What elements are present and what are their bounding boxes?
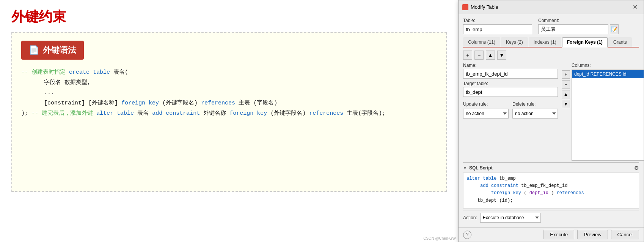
syntax-header-label: 外键语法: [43, 44, 76, 56]
comment-label: Comment:: [538, 18, 619, 23]
sql-line-2: add constraint tb_emp_fk_dept_id: [467, 182, 636, 190]
fk-right: Columns: dept_id REFERENCES id: [572, 63, 644, 161]
sql-header: ▼ SQL Script ⚙: [463, 165, 639, 171]
fk-target-field: Target table:: [463, 81, 558, 97]
sql-section: ▼ SQL Script ⚙ alter table tb_emp add co…: [463, 162, 639, 209]
fk-toolbar: + − ▲ ▼: [463, 51, 639, 60]
page-title: 外键约束: [11, 8, 447, 26]
tabs-bar: Columns (11) Keys (2) Indexes (1) Foreig…: [463, 37, 639, 47]
fk-name-label: Name:: [463, 63, 558, 68]
footer-buttons: Execute Preview Cancel: [543, 230, 639, 239]
comment1: -- 创建表时指定: [21, 69, 66, 76]
action-label: Action:: [463, 215, 477, 220]
update-rule-label: Update rule:: [463, 101, 509, 107]
table-field: Table:: [463, 18, 532, 34]
cancel-button[interactable]: Cancel: [611, 230, 639, 239]
remove-column-button[interactable]: −: [562, 80, 570, 89]
tab-grants[interactable]: Grants: [608, 37, 632, 47]
remove-fk-button[interactable]: −: [474, 51, 484, 60]
rule-row: Update rule: no action Delete rule: no a…: [463, 101, 558, 119]
line1: create table 表名(: [69, 69, 128, 76]
dialog-title-text: Modify Table: [471, 4, 498, 10]
line6: alter table 表名 add constraint 外键名称 forei…: [96, 110, 385, 117]
comment2: -- 建完表后，添加外键: [31, 110, 93, 117]
delete-rule-select[interactable]: no action: [512, 109, 558, 119]
move-up-button[interactable]: ▲: [486, 51, 495, 60]
columns-header: Columns:: [572, 63, 644, 68]
line2: 字段名 数据类型,: [44, 78, 437, 88]
sql-line-1: alter table tb_emp: [467, 175, 636, 182]
update-rule-select[interactable]: no action: [463, 109, 509, 119]
kw-tablename1: 表名(: [113, 69, 128, 76]
sql-code: alter table tb_emp add constraint tb_emp…: [463, 172, 639, 209]
sql-title: ▼ SQL Script: [463, 165, 493, 171]
tab-foreign-keys[interactable]: Foreign Keys (1): [562, 37, 608, 47]
dialog-footer: ? Execute Preview Cancel: [459, 227, 644, 242]
fk-content: Name: Target table: Update rule: no acti…: [463, 63, 639, 161]
sql-title-text: SQL Script: [469, 165, 493, 171]
fk-name-input[interactable]: [463, 69, 558, 79]
preview-button[interactable]: Preview: [577, 230, 608, 239]
sql-line-4: tb_dept (id);: [467, 197, 636, 204]
fk-left: Name: Target table: Update rule: no acti…: [463, 63, 558, 161]
left-panel: 外键约束 📄 外键语法 -- 创建表时指定 create table 表名( 字…: [0, 0, 458, 242]
doc-icon: 📄: [29, 45, 39, 55]
kw-create: create table: [69, 69, 110, 76]
column-item-text: dept_id REFERENCES id: [574, 71, 626, 77]
add-column-button[interactable]: +: [562, 70, 570, 79]
close-button[interactable]: ✕: [630, 3, 640, 11]
execute-button[interactable]: Execute: [543, 230, 574, 239]
dialog-title-left: Modify Table: [462, 4, 498, 10]
watermark: CSDN @Chen-GW: [423, 236, 456, 240]
modify-table-dialog: Modify Table ✕ Table: Comment: 📝 Columns…: [458, 0, 644, 242]
content-box: 📄 外键语法 -- 创建表时指定 create table 表名( 字段名 数据…: [11, 32, 447, 192]
comment-field: Comment: 📝: [538, 18, 619, 34]
action-select[interactable]: Execute in database: [480, 213, 541, 223]
delete-rule-field: Delete rule: no action: [512, 101, 558, 119]
collapse-icon: ▼: [463, 166, 467, 170]
fk-name-field: Name:: [463, 63, 558, 79]
fk-target-label: Target table:: [463, 81, 558, 86]
comment-edit-button[interactable]: 📝: [610, 24, 619, 34]
table-comment-row: Table: Comment: 📝: [463, 18, 639, 34]
fk-target-input[interactable]: [463, 87, 558, 97]
action-row: Action: Execute in database: [463, 210, 639, 223]
dialog-body: Table: Comment: 📝 Columns (11) Keys (2) …: [459, 14, 644, 227]
columns-label: Columns:: [572, 63, 591, 68]
dialog-title-icon: [462, 4, 468, 10]
table-label: Table:: [463, 18, 532, 23]
column-item[interactable]: dept_id REFERENCES id: [572, 70, 644, 78]
tab-keys[interactable]: Keys (2): [501, 37, 528, 47]
tab-indexes[interactable]: Indexes (1): [529, 37, 561, 47]
code-block: -- 创建表时指定 create table 表名( 字段名 数据类型, ...…: [21, 67, 437, 119]
fk-right-area: + − ▲ ▼ Columns: dept_id REFERENCES id: [562, 63, 644, 161]
delete-rule-label: Delete rule:: [512, 101, 558, 107]
up-column-button[interactable]: ▲: [562, 90, 570, 98]
add-fk-button[interactable]: +: [463, 51, 472, 60]
line3: ...: [44, 88, 437, 98]
tab-columns[interactable]: Columns (11): [463, 37, 500, 47]
update-rule-field: Update rule: no action: [463, 101, 509, 119]
gear-icon[interactable]: ⚙: [634, 165, 639, 171]
columns-list[interactable]: dept_id REFERENCES id: [572, 70, 644, 161]
sql-line-3: foreign key ( dept_id ) references: [467, 190, 636, 197]
side-buttons: + − ▲ ▼: [562, 63, 570, 161]
syntax-header: 📄 外键语法: [21, 41, 84, 60]
move-down-button[interactable]: ▼: [497, 51, 506, 60]
line4: [constraint] [外键名称] foreign key (外键字段名) …: [44, 98, 437, 108]
dialog-titlebar: Modify Table ✕: [459, 0, 644, 14]
down-column-button[interactable]: ▼: [562, 100, 570, 108]
table-input[interactable]: [463, 24, 532, 34]
help-button[interactable]: ?: [463, 231, 471, 239]
line5: );: [21, 110, 31, 117]
comment-input[interactable]: [538, 24, 608, 34]
